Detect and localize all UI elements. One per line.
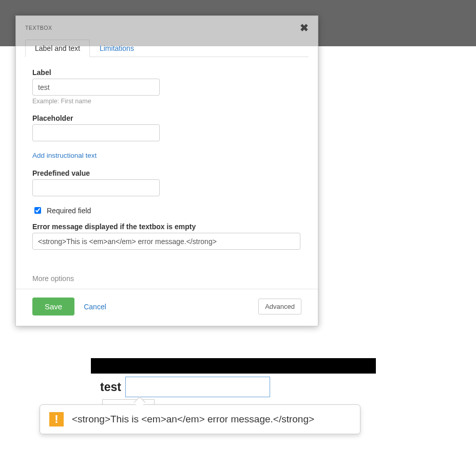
modal-type-label: TEXTBOX [25, 25, 52, 31]
tab-limitations[interactable]: Limitations [90, 40, 144, 46]
textbox-settings-modal: TEXTBOX ✖ Label and text Limitations Lab… [15, 15, 318, 46]
modal-tabs: Label and text Limitations [16, 40, 318, 46]
close-icon[interactable]: ✖ [300, 23, 309, 33]
tab-label-and-text[interactable]: Label and text [25, 40, 90, 46]
